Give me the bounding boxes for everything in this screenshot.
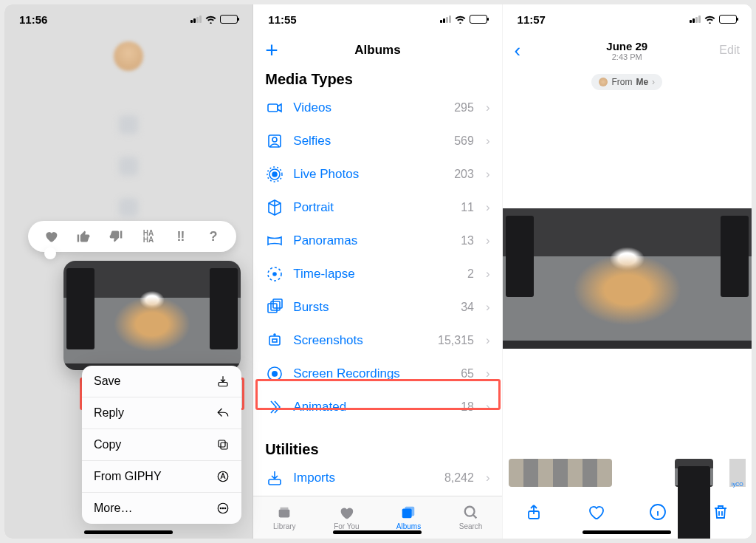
thumbnail-group[interactable]	[509, 459, 612, 487]
home-indicator[interactable]	[583, 530, 671, 534]
message-image-preview[interactable]	[63, 261, 241, 370]
thumbnail-current[interactable]	[675, 459, 713, 487]
tab-albums[interactable]: Albums	[377, 505, 439, 530]
thumbnail-next[interactable]: iyCO	[729, 459, 746, 487]
tapback-exclaim-icon[interactable]: ‼︎	[171, 228, 190, 245]
photo-date: June 29	[503, 40, 752, 52]
svg-point-7	[225, 508, 227, 509]
tapback-thumbs-down-icon[interactable]	[106, 228, 126, 245]
svg-rect-20	[272, 339, 277, 342]
chevron-right-icon: ›	[486, 100, 490, 115]
tab-label: Library	[273, 522, 296, 530]
thumbnail-scrubber[interactable]: iyCO	[503, 457, 752, 488]
more-icon	[216, 502, 230, 515]
tab-search[interactable]: Search	[440, 505, 502, 530]
row-screenshots[interactable]: Screenshots 15,315 ›	[253, 324, 501, 357]
row-label: Panoramas	[293, 233, 452, 248]
status-time: 11:55	[268, 13, 296, 26]
row-count: 8,242	[444, 471, 474, 485]
photo-time: 2:43 PM	[503, 52, 752, 61]
svg-rect-28	[405, 507, 415, 516]
row-count: 65	[461, 367, 474, 380]
action-copy[interactable]: Copy	[82, 429, 241, 461]
home-indicator[interactable]	[333, 530, 422, 534]
status-time: 11:57	[518, 13, 546, 26]
action-more[interactable]: More…	[82, 493, 241, 524]
conversation-avatar	[114, 41, 143, 71]
tab-label: Search	[459, 522, 483, 530]
row-screen-recordings[interactable]: Screen Recordings 65 ›	[253, 357, 501, 390]
row-count: 11	[461, 201, 474, 214]
tab-foryou[interactable]: For You	[315, 505, 377, 530]
tapback-bar[interactable]: HAHA ‼︎ ?	[28, 221, 236, 252]
home-indicator[interactable]	[84, 530, 173, 534]
burst-icon	[265, 298, 284, 317]
svg-point-15	[273, 273, 276, 276]
chevron-right-icon: ›	[486, 267, 490, 281]
wifi-icon	[455, 15, 466, 24]
row-count: 15,315	[438, 334, 474, 347]
svg-rect-24	[269, 479, 281, 485]
info-button[interactable]	[647, 502, 668, 522]
context-menu: Save Reply Copy From GIPHY More…	[82, 366, 241, 524]
favorite-button[interactable]	[585, 502, 606, 522]
svg-point-5	[221, 508, 222, 509]
row-panoramas[interactable]: Panoramas 13 ›	[253, 224, 501, 257]
tapback-thumbs-up-icon[interactable]	[74, 228, 93, 245]
wifi-icon	[704, 15, 715, 24]
action-reply[interactable]: Reply	[82, 397, 241, 429]
from-name: Me	[636, 77, 648, 87]
from-tag[interactable]: From Me ›	[591, 74, 662, 90]
tapback-heart-icon[interactable]	[41, 228, 61, 245]
share-button[interactable]	[523, 502, 544, 522]
status-indicators	[190, 15, 238, 24]
svg-rect-0	[219, 383, 227, 386]
row-imports[interactable]: Imports 8,242 ›	[253, 461, 501, 494]
timelapse-icon	[265, 264, 284, 284]
chevron-right-icon: ›	[486, 134, 490, 148]
row-count: 569	[454, 134, 474, 148]
action-label: Copy	[94, 438, 121, 451]
tab-library[interactable]: Library	[253, 505, 315, 530]
reply-icon	[216, 406, 230, 420]
wifi-icon	[205, 15, 216, 24]
row-selfies[interactable]: Selfies 569 ›	[253, 124, 501, 157]
row-label: Imports	[293, 471, 436, 485]
row-label: Screenshots	[293, 333, 429, 348]
battery-icon	[220, 15, 238, 24]
row-live-photos[interactable]: Live Photos 203 ›	[253, 157, 501, 191]
svg-point-6	[223, 508, 224, 509]
row-bursts[interactable]: Bursts 34 ›	[253, 290, 501, 324]
row-count: 34	[461, 301, 474, 314]
svg-rect-8	[268, 104, 278, 112]
row-timelapse[interactable]: Time-lapse 2 ›	[253, 257, 501, 290]
row-label: Screen Recordings	[293, 366, 452, 381]
tapback-question-icon[interactable]: ?	[204, 228, 223, 245]
screen-photo-detail: 11:57 ‹ June 29 2:43 PM Edit From Me ›	[503, 4, 752, 539]
live-icon	[265, 165, 284, 184]
trash-button[interactable]	[710, 502, 731, 522]
row-videos[interactable]: Videos 295 ›	[253, 91, 501, 124]
row-count: 295	[454, 101, 474, 115]
cellular-icon	[190, 16, 202, 23]
photo-view[interactable]	[503, 208, 752, 349]
cellular-icon	[440, 16, 451, 23]
chevron-right-icon: ›	[486, 200, 490, 215]
navbar: ‹ June 29 2:43 PM Edit	[503, 34, 752, 66]
row-portrait[interactable]: Portrait 11 ›	[253, 191, 501, 224]
library-icon	[275, 505, 294, 521]
tapback-haha-icon[interactable]: HAHA	[139, 228, 158, 245]
download-icon	[216, 375, 230, 388]
action-save[interactable]: Save	[82, 366, 241, 397]
row-animated[interactable]: Animated 18 ›	[253, 390, 501, 423]
appstore-icon	[216, 470, 230, 483]
row-label: Videos	[293, 100, 445, 115]
action-label: More…	[94, 502, 132, 515]
action-label: From GIPHY	[94, 470, 162, 483]
action-from-giphy[interactable]: From GIPHY	[82, 461, 241, 493]
photo-toolbar	[503, 494, 752, 530]
navbar-title: Albums	[253, 43, 501, 58]
svg-point-21	[274, 334, 275, 335]
svg-point-23	[272, 371, 278, 377]
blurred-messages	[119, 115, 138, 217]
